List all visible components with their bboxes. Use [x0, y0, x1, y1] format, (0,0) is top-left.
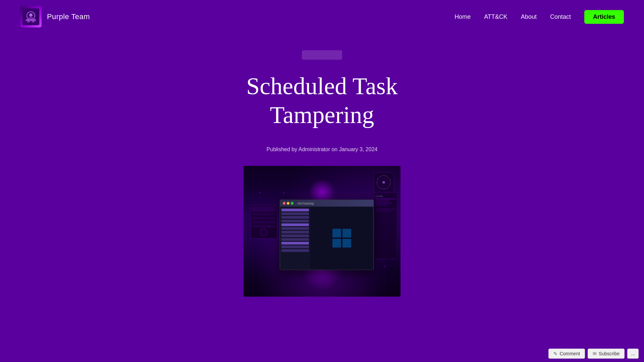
svg-rect-37 [332, 239, 341, 247]
sidebar-item-9 [281, 238, 309, 241]
logo-area: Purple Team [20, 6, 90, 27]
sidebar-item-1 [281, 208, 309, 211]
svg-rect-3 [27, 21, 30, 22]
sidebar-item-11 [281, 245, 309, 248]
site-header: Purple Team Home ATT&CK About Contact Ar… [0, 0, 644, 34]
svg-text:SYSTEM: SYSTEM [375, 195, 383, 197]
bottom-bar: ✎ Comment ✉ Subscribe ... [540, 345, 644, 362]
sidebar-item-7 [281, 231, 309, 233]
sidebar-item-2 [281, 212, 309, 215]
svg-point-6 [28, 17, 34, 20]
window-sidebar [280, 206, 310, 269]
svg-rect-9 [252, 217, 275, 220]
main-content: Scheduled Task Tampering Published by Ad… [0, 34, 644, 297]
nav-attck[interactable]: ATT&CK [484, 13, 507, 20]
post-meta: Published by Administrator on January 3,… [267, 146, 378, 153]
svg-rect-38 [342, 239, 351, 247]
sidebar-item-8 [281, 234, 309, 237]
windows-logo-icon [332, 228, 352, 248]
sidebar-item-10 [281, 242, 309, 244]
svg-rect-16 [375, 202, 392, 203]
svg-rect-8 [252, 213, 275, 216]
svg-rect-17 [375, 204, 387, 205]
panel-top-detail [374, 173, 393, 192]
svg-rect-10 [252, 221, 275, 224]
articles-button[interactable]: Articles [584, 10, 624, 24]
svg-rect-35 [332, 229, 341, 237]
sidebar-item-4 [281, 220, 309, 222]
window-main-area [310, 206, 373, 269]
svg-point-12 [260, 229, 267, 236]
window-close-btn [283, 202, 285, 204]
sidebar-item-5 [281, 223, 309, 226]
subscribe-button[interactable]: ✉ Subscribe [588, 349, 625, 359]
sidebar-item-3 [281, 216, 309, 219]
post-title: Scheduled Task Tampering [246, 72, 398, 130]
main-nav: Home ATT&CK About Contact Articles [454, 10, 624, 24]
panel-right: SYSTEM [374, 192, 397, 259]
nav-home[interactable]: Home [454, 13, 471, 20]
logo-icon [22, 8, 39, 25]
svg-rect-15 [375, 200, 389, 201]
svg-rect-36 [342, 229, 351, 237]
sidebar-item-12 [281, 249, 309, 252]
hero-image-inner: SYSTEM [244, 166, 400, 297]
panel-right-detail: SYSTEM [374, 192, 397, 259]
svg-rect-11 [252, 225, 275, 228]
panel-left-detail [251, 205, 277, 238]
window-titlebar: WinTaskMgr [280, 200, 373, 206]
svg-rect-18 [375, 208, 395, 209]
more-button[interactable]: ... [627, 349, 639, 359]
svg-rect-14 [375, 198, 395, 199]
svg-rect-7 [252, 207, 275, 212]
site-logo [20, 6, 42, 27]
window-content [280, 206, 373, 269]
panel-top-right [374, 172, 394, 192]
site-title: Purple Team [47, 12, 90, 21]
svg-rect-4 [32, 21, 35, 22]
comment-icon: ✎ [553, 351, 557, 356]
window-min-btn [287, 202, 289, 204]
comment-button[interactable]: ✎ Comment [548, 349, 585, 359]
panel-left [250, 205, 277, 239]
window-title-text: WinTaskMgr [298, 201, 314, 205]
sidebar-item-6 [281, 227, 309, 230]
svg-point-5 [29, 13, 33, 17]
nav-contact[interactable]: Contact [550, 13, 571, 20]
post-tag [302, 50, 342, 60]
svg-point-22 [382, 181, 385, 184]
subscribe-icon: ✉ [593, 351, 597, 356]
nav-about[interactable]: About [521, 13, 537, 20]
svg-rect-19 [375, 210, 390, 212]
hero-image: SYSTEM [244, 166, 400, 297]
window-max-btn [291, 202, 293, 204]
task-scheduler-window: WinTaskMgr [280, 199, 374, 270]
